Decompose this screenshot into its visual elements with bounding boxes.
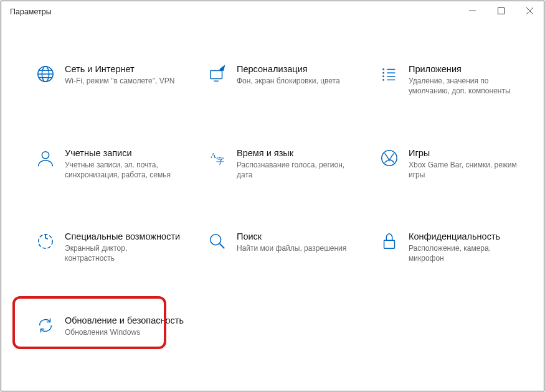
tile-title: Персонализация — [237, 63, 340, 75]
settings-content: Сеть и Интернет Wi-Fi, режим "в самолете… — [1, 22, 544, 341]
tile-desc: Обновления Windows — [65, 327, 177, 337]
tile-desc: Фон, экран блокировки, цвета — [237, 76, 340, 86]
tile-title: Игры — [409, 147, 521, 159]
tile-title: Время и язык — [237, 147, 349, 159]
search-icon — [207, 231, 228, 252]
globe-icon — [35, 63, 56, 85]
titlebar: Параметры — [1, 1, 544, 22]
xbox-icon — [379, 147, 400, 169]
tile-desc: Учетные записи, эл. почта, синхронизация… — [65, 160, 177, 180]
tile-desc: Расположение, камера, микрофон — [409, 243, 521, 263]
tile-time-language[interactable]: A字 Время и язык Распознавание голоса, ре… — [204, 144, 364, 184]
settings-grid: Сеть и Интернет Wi-Fi, режим "в самолете… — [32, 60, 525, 341]
svg-rect-9 — [211, 70, 222, 78]
svg-point-19 — [42, 151, 49, 158]
tile-accessibility[interactable]: Специальные возможности Экранный диктор,… — [32, 227, 192, 268]
settings-window: Параметры Сеть и Интернет Wi-Fi, режим "… — [1, 1, 544, 391]
brush-icon — [207, 63, 228, 85]
apps-list-icon — [379, 63, 400, 85]
tile-network[interactable]: Сеть и Интернет Wi-Fi, режим "в самолете… — [32, 60, 192, 100]
tile-desc: Xbox Game Bar, снимки, режим игры — [409, 160, 521, 180]
tile-gaming[interactable]: Игры Xbox Game Bar, снимки, режим игры — [376, 144, 536, 184]
person-icon — [35, 147, 56, 169]
tile-desc: Удаление, значения по умолчанию, доп. ко… — [409, 76, 521, 96]
window-title: Параметры — [1, 1, 52, 16]
tile-desc: Найти мои файлы, разрешения — [237, 243, 346, 253]
tile-title: Конфиденциальность — [409, 231, 521, 242]
tile-title: Поиск — [237, 231, 346, 242]
svg-point-24 — [211, 235, 221, 245]
window-controls — [458, 1, 544, 20]
tile-search[interactable]: Поиск Найти мои файлы, разрешения — [204, 227, 364, 268]
tile-desc: Экранный диктор, контрастность — [65, 243, 177, 263]
language-icon: A字 — [207, 147, 228, 169]
svg-line-25 — [220, 244, 225, 249]
lock-icon — [379, 231, 400, 252]
minimize-button[interactable] — [458, 1, 486, 20]
tile-title: Приложения — [409, 63, 521, 75]
tile-apps[interactable]: Приложения Удаление, значения по умолчан… — [376, 60, 536, 100]
tile-desc: Wi-Fi, режим "в самолете", VPN — [65, 76, 174, 86]
tile-personalization[interactable]: Персонализация Фон, экран блокировки, цв… — [204, 60, 364, 100]
close-button[interactable] — [515, 1, 544, 20]
tile-title: Обновление и безопасность — [65, 315, 184, 326]
maximize-icon — [498, 7, 505, 14]
accessibility-icon — [35, 231, 56, 252]
tile-accounts[interactable]: Учетные записи Учетные записи, эл. почта… — [32, 144, 192, 184]
tile-title: Специальные возможности — [65, 231, 180, 242]
close-icon — [526, 7, 533, 14]
svg-rect-1 — [498, 7, 504, 14]
maximize-button[interactable] — [486, 1, 515, 20]
tile-title: Сеть и Интернет — [65, 63, 174, 75]
minimize-icon — [469, 7, 476, 14]
svg-text:字: 字 — [216, 156, 224, 166]
tile-desc: Распознавание голоса, регион, дата — [237, 160, 349, 180]
tile-title: Учетные записи — [65, 147, 177, 159]
svg-point-22 — [382, 150, 397, 165]
svg-rect-26 — [384, 240, 395, 248]
update-icon — [35, 315, 56, 336]
tile-privacy[interactable]: Конфиденциальность Расположение, камера,… — [376, 227, 536, 268]
tile-update-security[interactable]: Обновление и безопасность Обновления Win… — [32, 311, 192, 341]
